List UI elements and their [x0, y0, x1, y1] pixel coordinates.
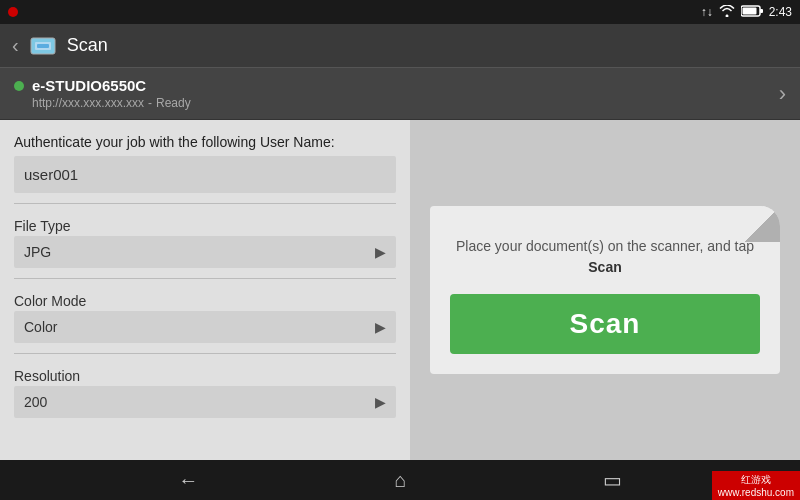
svg-rect-5 [37, 44, 49, 48]
color-mode-dropdown[interactable]: Color ▶ [14, 311, 396, 343]
divider-2 [14, 278, 396, 279]
status-right: ↑↓ 2:43 [701, 5, 792, 20]
scan-paper-area: Place your document(s) on the scanner, a… [430, 206, 780, 374]
back-button[interactable]: ‹ [12, 34, 19, 57]
nav-recent-icon[interactable]: ▭ [603, 468, 622, 492]
wifi-icon [719, 5, 735, 20]
device-status-dot [14, 81, 24, 91]
file-type-value: JPG [24, 244, 375, 260]
title-bar: ‹ Scan [0, 24, 800, 68]
file-type-section: File Type JPG ▶ [14, 214, 396, 268]
svg-rect-2 [760, 9, 763, 13]
device-name-row: e-STUDIO6550C [14, 77, 191, 94]
file-type-dropdown[interactable]: JPG ▶ [14, 236, 396, 268]
status-bar: ↑↓ 2:43 [0, 0, 800, 24]
main-content: Authenticate your job with the following… [0, 120, 800, 460]
right-panel: Place your document(s) on the scanner, a… [410, 120, 800, 460]
battery-icon [741, 5, 763, 20]
color-mode-label: Color Mode [14, 289, 396, 309]
username-input[interactable] [14, 156, 396, 193]
resolution-arrow-icon: ▶ [375, 394, 386, 410]
signal-icon: ↑↓ [701, 5, 713, 19]
nav-bar: ← ⌂ ▭ [0, 460, 800, 500]
auth-label: Authenticate your job with the following… [14, 134, 396, 150]
scan-app-icon [29, 32, 57, 60]
divider-1 [14, 203, 396, 204]
resolution-dropdown[interactable]: 200 ▶ [14, 386, 396, 418]
branding-line1: 红游戏 [741, 473, 771, 487]
device-chevron-icon[interactable]: › [779, 81, 786, 107]
scan-button[interactable]: Scan [450, 294, 760, 354]
status-dot-icon [8, 7, 18, 17]
nav-back-icon[interactable]: ← [178, 469, 198, 492]
svg-rect-1 [742, 7, 756, 14]
paper-curl [744, 206, 780, 242]
branding: 红游戏 www.redshu.com [712, 471, 800, 500]
color-mode-value: Color [24, 319, 375, 335]
resolution-section: Resolution 200 ▶ [14, 364, 396, 418]
time-display: 2:43 [769, 5, 792, 19]
device-info: e-STUDIO6550C http://xxx.xxx.xxx.xxx - R… [14, 77, 191, 110]
resolution-value: 200 [24, 394, 375, 410]
device-name: e-STUDIO6550C [32, 77, 146, 94]
file-type-arrow-icon: ▶ [375, 244, 386, 260]
device-separator: - [148, 96, 152, 110]
branding-line2: www.redshu.com [718, 487, 794, 498]
file-type-label: File Type [14, 214, 396, 234]
status-left [8, 7, 18, 17]
device-row[interactable]: e-STUDIO6550C http://xxx.xxx.xxx.xxx - R… [0, 68, 800, 120]
divider-3 [14, 353, 396, 354]
resolution-label: Resolution [14, 364, 396, 384]
scan-instruction: Place your document(s) on the scanner, a… [450, 236, 760, 278]
device-url: http://xxx.xxx.xxx.xxx [32, 96, 144, 110]
nav-home-icon[interactable]: ⌂ [394, 469, 406, 492]
color-mode-section: Color Mode Color ▶ [14, 289, 396, 343]
device-status-text: Ready [156, 96, 191, 110]
color-mode-arrow-icon: ▶ [375, 319, 386, 335]
auth-section: Authenticate your job with the following… [14, 134, 396, 193]
page-title: Scan [67, 35, 108, 56]
left-panel: Authenticate your job with the following… [0, 120, 410, 460]
